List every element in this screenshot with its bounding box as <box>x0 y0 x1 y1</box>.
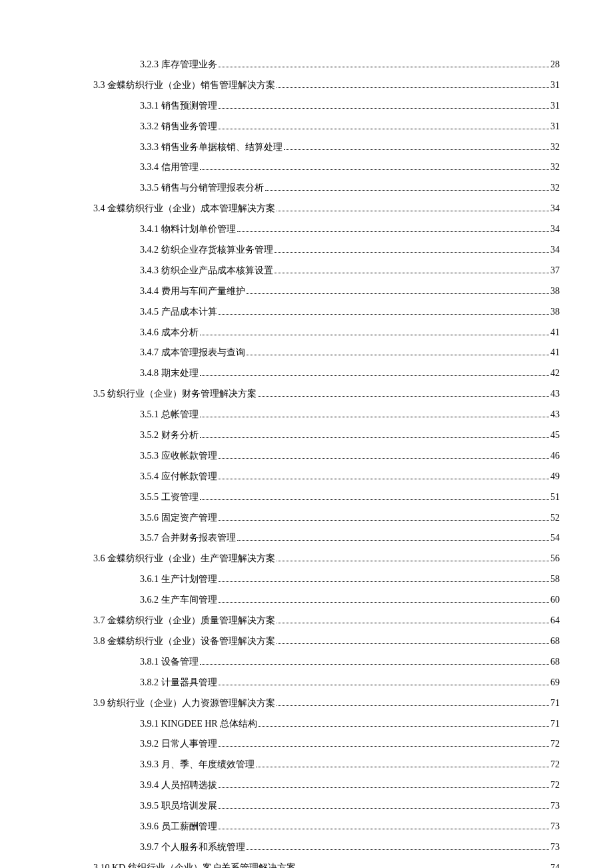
toc-entry: 3.3.3 销售业务单据核销、结算处理32 <box>53 141 560 153</box>
toc-entry: 3.9.6 员工薪酬管理73 <box>53 821 560 833</box>
toc-entry-page: 73 <box>550 821 560 832</box>
toc-entry-title: 3.9.7 个人服务和系统管理 <box>140 841 245 853</box>
toc-leader-dots <box>256 767 550 767</box>
toc-leader-dots <box>237 231 550 232</box>
toc-leader-dots <box>219 458 550 459</box>
toc-entry: 3.8.1 设备管理68 <box>53 656 560 668</box>
toc-entry-page: 71 <box>550 719 560 729</box>
toc-entry-page: 52 <box>550 513 560 523</box>
toc-leader-dots <box>200 499 550 500</box>
toc-entry: 3.5.7 合并财务报表管理54 <box>53 532 560 544</box>
toc-leader-dots <box>277 643 549 644</box>
toc-entry-title: 3.3.3 销售业务单据核销、结算处理 <box>140 141 283 153</box>
toc-leader-dots <box>265 190 550 191</box>
toc-entry-title: 3.3.4 信用管理 <box>140 161 199 173</box>
toc-leader-dots <box>200 437 550 438</box>
toc-leader-dots <box>200 335 550 335</box>
toc-entry-page: 46 <box>550 451 560 461</box>
toc-entry-title: 3.8.2 计量器具管理 <box>140 677 217 689</box>
toc-entry: 3.6.1 生产计划管理58 <box>53 573 560 585</box>
toc-leader-dots <box>277 705 549 706</box>
toc-entry-title: 3.4.1 物料计划单价管理 <box>140 223 236 235</box>
toc-leader-dots <box>219 129 550 129</box>
toc-entry: 3.4.5 产品成本计算38 <box>53 306 560 318</box>
toc-entry-page: 73 <box>550 842 560 853</box>
toc-entry-page: 38 <box>550 286 560 297</box>
toc-entry: 3.3.5 销售与分销管理报表分析32 <box>53 182 560 194</box>
toc-leader-dots <box>277 211 549 211</box>
toc-entry: 3.3 金蝶纺织行业（企业）销售管理解决方案31 <box>53 79 560 91</box>
toc-leader-dots <box>219 787 550 788</box>
toc-leader-dots <box>247 355 550 355</box>
toc-leader-dots <box>219 67 550 67</box>
toc-entry: 3.10 KD 纺织行业（企业）客户关系管理解决方案74 <box>53 862 560 868</box>
toc-entry-title: 3.3 金蝶纺织行业（企业）销售管理解决方案 <box>93 79 275 91</box>
toc-entry-page: 43 <box>550 389 560 399</box>
toc-entry: 3.5.4 应付帐款管理49 <box>53 471 560 483</box>
toc-entry: 3.9.5 职员培训发展73 <box>53 800 560 812</box>
toc-entry: 3.9.2 日常人事管理72 <box>53 738 560 750</box>
toc-entry: 3.5.1 总帐管理43 <box>53 409 560 421</box>
toc-leader-dots <box>200 664 550 665</box>
toc-leader-dots <box>219 314 550 315</box>
toc-leader-dots <box>219 108 550 109</box>
toc-leader-dots <box>247 849 550 850</box>
toc-entry-title: 3.8 金蝶纺织行业（企业）设备管理解决方案 <box>93 635 275 647</box>
toc-entry-page: 74 <box>550 863 560 868</box>
toc-entry-page: 32 <box>550 162 560 173</box>
toc-entry-title: 3.4.3 纺织企业产品成本核算设置 <box>140 265 273 277</box>
toc-entry-page: 56 <box>550 553 560 564</box>
table-of-contents: 3.2.3 库存管理业务283.3 金蝶纺织行业（企业）销售管理解决方案313.… <box>53 59 560 868</box>
toc-entry: 3.8 金蝶纺织行业（企业）设备管理解决方案68 <box>53 635 560 647</box>
toc-entry: 3.4.6 成本分析41 <box>53 327 560 339</box>
toc-entry-title: 3.2.3 库存管理业务 <box>140 59 217 71</box>
toc-entry-page: 43 <box>550 409 560 420</box>
toc-entry: 3.4.1 物料计划单价管理34 <box>53 223 560 235</box>
toc-entry: 3.8.2 计量器具管理69 <box>53 677 560 689</box>
toc-leader-dots <box>258 396 549 397</box>
toc-entry: 3.9.7 个人服务和系统管理73 <box>53 841 560 853</box>
toc-entry-title: 3.9.3 月、季、年度绩效管理 <box>140 759 255 771</box>
toc-leader-dots <box>219 602 550 603</box>
toc-entry-title: 3.4.7 成本管理报表与查询 <box>140 347 245 359</box>
toc-entry: 3.4.2 纺织企业存货核算业务管理34 <box>53 244 560 256</box>
toc-leader-dots <box>200 417 550 417</box>
toc-entry-title: 3.5 纺织行业（企业）财务管理解决方案 <box>93 388 257 400</box>
toc-entry: 3.3.4 信用管理32 <box>53 161 560 173</box>
toc-entry: 3.9.4 人员招聘选拔72 <box>53 779 560 791</box>
toc-entry-page: 41 <box>550 347 560 358</box>
toc-entry: 3.4 金蝶纺织行业（企业）成本管理解决方案34 <box>53 203 560 215</box>
toc-entry: 3.5.2 财务分析45 <box>53 429 560 441</box>
toc-leader-dots <box>219 829 550 829</box>
toc-entry-page: 31 <box>550 121 560 132</box>
toc-entry-page: 45 <box>550 430 560 441</box>
toc-entry-title: 3.4.6 成本分析 <box>140 327 199 339</box>
toc-leader-dots <box>219 520 550 521</box>
toc-entry: 3.5 纺织行业（企业）财务管理解决方案43 <box>53 388 560 400</box>
toc-entry-title: 3.9.5 职员培训发展 <box>140 800 217 812</box>
toc-entry-title: 3.6 金蝶纺织行业（企业）生产管理解决方案 <box>93 553 275 565</box>
toc-leader-dots <box>284 149 550 150</box>
toc-entry: 3.3.1 销售预测管理31 <box>53 100 560 112</box>
toc-entry-title: 3.10 KD 纺织行业（企业）客户关系管理解决方案 <box>93 862 296 868</box>
toc-entry-page: 31 <box>550 101 560 111</box>
toc-entry-page: 72 <box>550 739 560 749</box>
toc-leader-dots <box>237 540 550 541</box>
toc-entry: 3.5.5 工资管理51 <box>53 491 560 503</box>
toc-entry: 3.6 金蝶纺织行业（企业）生产管理解决方案56 <box>53 553 560 565</box>
toc-entry-page: 64 <box>550 615 560 626</box>
toc-leader-dots <box>277 561 549 561</box>
toc-entry-title: 3.9.4 人员招聘选拔 <box>140 779 217 791</box>
toc-entry-title: 3.5.4 应付帐款管理 <box>140 471 217 483</box>
toc-entry-title: 3.5.2 财务分析 <box>140 429 199 441</box>
toc-entry: 3.5.3 应收帐款管理46 <box>53 450 560 462</box>
toc-entry: 3.6.2 生产车间管理60 <box>53 594 560 606</box>
toc-entry-page: 34 <box>550 203 560 214</box>
toc-leader-dots <box>219 808 550 809</box>
toc-entry: 3.3.2 销售业务管理31 <box>53 121 560 133</box>
toc-entry-title: 3.4 金蝶纺织行业（企业）成本管理解决方案 <box>93 203 275 215</box>
toc-entry-title: 3.5.3 应收帐款管理 <box>140 450 217 462</box>
toc-entry: 3.9.1 KINGDEE HR 总体结构71 <box>53 718 560 730</box>
toc-entry-title: 3.5.7 合并财务报表管理 <box>140 532 236 544</box>
toc-entry-page: 72 <box>550 759 560 770</box>
